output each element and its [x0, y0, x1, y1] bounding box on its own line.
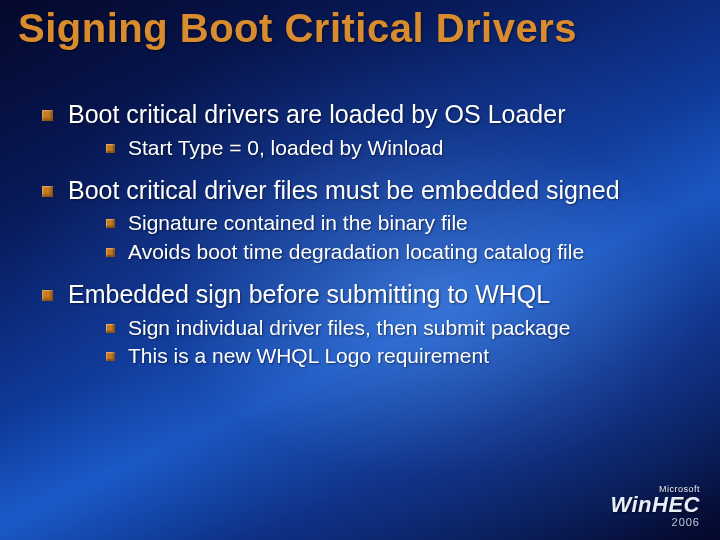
sub-bullet-item: Sign individual driver files, then submi…: [104, 314, 690, 342]
slide-content: Boot critical drivers are loaded by OS L…: [38, 100, 690, 384]
slide: Signing Boot Critical Drivers Boot criti…: [0, 0, 720, 540]
bullet-text: Boot critical drivers are loaded by OS L…: [68, 100, 565, 128]
sub-bullet-item: Signature contained in the binary file: [104, 209, 690, 237]
sub-list: Signature contained in the binary file A…: [68, 209, 690, 266]
bullet-text: Boot critical driver files must be embed…: [68, 176, 620, 204]
bullet-text: Embedded sign before submitting to WHQL: [68, 280, 550, 308]
bullet-item: Boot critical driver files must be embed…: [38, 176, 690, 266]
bullet-item: Embedded sign before submitting to WHQL …: [38, 280, 690, 370]
bullet-list: Boot critical drivers are loaded by OS L…: [38, 100, 690, 370]
event-logo: Microsoft WinHEC 2006: [610, 484, 700, 528]
sub-list: Sign individual driver files, then submi…: [68, 314, 690, 371]
sub-bullet-item: This is a new WHQL Logo requirement: [104, 342, 690, 370]
sub-list: Start Type = 0, loaded by Winload: [68, 134, 690, 162]
slide-title: Signing Boot Critical Drivers: [18, 6, 702, 51]
logo-event: WinHEC: [610, 492, 700, 518]
sub-bullet-item: Avoids boot time degradation locating ca…: [104, 238, 690, 266]
bullet-item: Boot critical drivers are loaded by OS L…: [38, 100, 690, 162]
sub-bullet-item: Start Type = 0, loaded by Winload: [104, 134, 690, 162]
